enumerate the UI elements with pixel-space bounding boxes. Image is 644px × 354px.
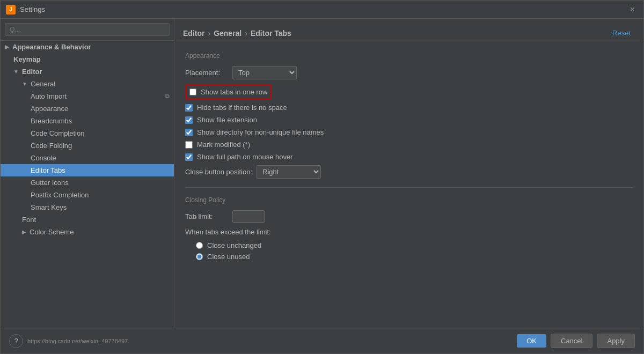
sidebar-item-appearance-behavior[interactable]: ▶Appearance & Behavior [1, 41, 174, 53]
sidebar: ▶Appearance & BehaviorKeymap▼Editor▼Gene… [1, 19, 174, 328]
bottom-bar: ? https://blog.csdn.net/weixin_40778497 … [1, 328, 643, 353]
breadcrumb-editor: Editor [183, 29, 204, 38]
sidebar-item-appearance[interactable]: Appearance [1, 102, 174, 115]
sidebar-item-label-general: General [31, 80, 55, 88]
when-exceed-label: When tabs exceed the limit: [185, 228, 271, 236]
sidebar-item-label-code-folding: Code Folding [31, 142, 72, 150]
close-unchanged-radio[interactable] [196, 242, 203, 249]
placement-row: Placement: Top Bottom Left Right [185, 66, 633, 79]
close-unused-label: Close unused [207, 253, 250, 261]
content-body: Appearance Placement: Top Bottom Left Ri… [174, 41, 643, 328]
breadcrumb-sep1: › [208, 29, 210, 38]
settings-dialog: J Settings × ▶Appearance & BehaviorKeyma… [0, 0, 644, 354]
close-unchanged-label: Close unchanged [207, 241, 261, 249]
help-button[interactable]: ? [9, 334, 23, 348]
sidebar-item-gutter-icons[interactable]: Gutter Icons [1, 176, 174, 189]
show-tabs-one-row-label: Show tabs in one row [201, 88, 267, 96]
sidebar-item-label-appearance: Appearance [31, 105, 68, 113]
mark-modified-checkbox[interactable] [185, 141, 193, 149]
breadcrumb-sep2: › [245, 29, 247, 38]
cancel-button[interactable]: Cancel [551, 334, 592, 348]
ok-button[interactable]: OK [517, 334, 546, 348]
close-button[interactable]: × [627, 4, 638, 15]
placement-select[interactable]: Top Bottom Left Right [232, 66, 297, 79]
show-full-path-label: Show full path on mouse hover [197, 153, 293, 161]
sidebar-item-code-completion[interactable]: Code Completion [1, 127, 174, 139]
content-panel: Editor › General › Editor Tabs Reset App… [174, 19, 643, 328]
sidebar-item-editor[interactable]: ▼Editor [1, 65, 174, 78]
color-scheme-arrow-icon: ▶ [22, 229, 26, 235]
sidebar-item-label-console: Console [31, 154, 56, 162]
hide-tabs-label: Hide tabs if there is no space [197, 104, 287, 112]
editor-arrow-icon: ▼ [13, 69, 19, 75]
sidebar-item-label-gutter-icons: Gutter Icons [31, 179, 69, 187]
breadcrumb: Editor › General › Editor Tabs [183, 29, 291, 38]
sidebar-item-label-editor: Editor [22, 68, 42, 76]
title-bar-left: J Settings [6, 5, 45, 14]
apply-button[interactable]: Apply [597, 334, 635, 348]
breadcrumb-editor-tabs: Editor Tabs [251, 29, 291, 38]
dialog-title: Settings [20, 5, 45, 13]
sidebar-item-label-postfix-completion: Postfix Completion [31, 191, 89, 199]
show-file-extension-label: Show file extension [197, 116, 257, 124]
close-button-position-row: Close button position: Right Left Hidden [185, 165, 633, 179]
show-file-extension-checkbox[interactable] [185, 116, 193, 124]
search-box [1, 19, 174, 41]
show-file-ext-row: Show file extension [185, 116, 633, 124]
reset-button[interactable]: Reset [608, 27, 635, 39]
show-directory-label: Show directory for non-unique file names [197, 128, 324, 136]
sidebar-item-general[interactable]: ▼General [1, 78, 174, 90]
search-input[interactable] [5, 23, 170, 36]
hide-tabs-row: Hide tabs if there is no space [185, 104, 633, 112]
sidebar-item-label-auto-import: Auto Import [31, 92, 67, 100]
placement-label: Placement: [185, 69, 228, 77]
sidebar-item-label-editor-tabs: Editor Tabs [31, 166, 65, 174]
appearance-behavior-arrow-icon: ▶ [5, 44, 9, 50]
closing-policy-label: Closing Policy [185, 196, 633, 204]
sidebar-item-auto-import[interactable]: Auto Import⧉ [1, 90, 174, 102]
show-full-path-row: Show full path on mouse hover [185, 153, 633, 161]
sidebar-item-editor-tabs[interactable]: Editor Tabs [1, 164, 174, 176]
show-directory-checkbox[interactable] [185, 129, 193, 136]
breadcrumb-general: General [214, 29, 241, 38]
show-full-path-checkbox[interactable] [185, 153, 193, 161]
sidebar-tree: ▶Appearance & BehaviorKeymap▼Editor▼Gene… [1, 41, 174, 238]
sidebar-item-label-font: Font [22, 216, 36, 224]
sidebar-item-label-code-completion: Code Completion [31, 129, 84, 137]
when-exceed-label-row: When tabs exceed the limit: [185, 228, 633, 236]
sidebar-item-label-smart-keys: Smart Keys [31, 203, 67, 211]
show-directory-row: Show directory for non-unique file names [185, 128, 633, 136]
tab-limit-input[interactable]: 10 [232, 210, 265, 223]
close-button-position-select[interactable]: Right Left Hidden [257, 165, 321, 179]
show-tabs-one-row-row: Show tabs in one row [185, 85, 272, 99]
sidebar-item-postfix-completion[interactable]: Postfix Completion [1, 189, 174, 201]
sidebar-item-label-keymap: Keymap [13, 55, 41, 63]
sidebar-item-code-folding[interactable]: Code Folding [1, 139, 174, 152]
sidebar-item-font[interactable]: Font [1, 213, 174, 226]
mark-modified-label: Mark modified (*) [197, 141, 250, 149]
sidebar-item-label-appearance-behavior: Appearance & Behavior [12, 43, 91, 51]
hide-tabs-checkbox[interactable] [185, 104, 193, 112]
sidebar-item-color-scheme[interactable]: ▶Color Scheme [1, 226, 174, 238]
content-header: Editor › General › Editor Tabs Reset [174, 19, 643, 41]
sidebar-item-breadcrumbs[interactable]: Breadcrumbs [1, 115, 174, 127]
appearance-section-label: Appearance [185, 52, 633, 60]
app-icon: J [6, 5, 16, 14]
title-bar: J Settings × [1, 1, 643, 19]
general-arrow-icon: ▼ [22, 81, 27, 87]
dialog-body: ▶Appearance & BehaviorKeymap▼Editor▼Gene… [1, 19, 643, 328]
sidebar-item-label-breadcrumbs: Breadcrumbs [31, 117, 72, 125]
close-unused-radio[interactable] [196, 253, 203, 260]
sidebar-item-smart-keys[interactable]: Smart Keys [1, 201, 174, 213]
close-unused-row: Close unused [185, 253, 633, 261]
section-divider [185, 187, 633, 188]
sidebar-item-console[interactable]: Console [1, 152, 174, 164]
url-hint: https://blog.csdn.net/weixin_40778497 [27, 338, 513, 344]
copy-icon: ⧉ [165, 93, 170, 100]
close-button-position-label: Close button position: [185, 168, 252, 176]
close-unchanged-row: Close unchanged [185, 241, 633, 249]
sidebar-item-keymap[interactable]: Keymap [1, 53, 174, 65]
show-tabs-one-row-checkbox[interactable] [189, 88, 196, 95]
tab-limit-label: Tab limit: [185, 212, 228, 220]
tab-limit-row: Tab limit: 10 [185, 210, 633, 223]
